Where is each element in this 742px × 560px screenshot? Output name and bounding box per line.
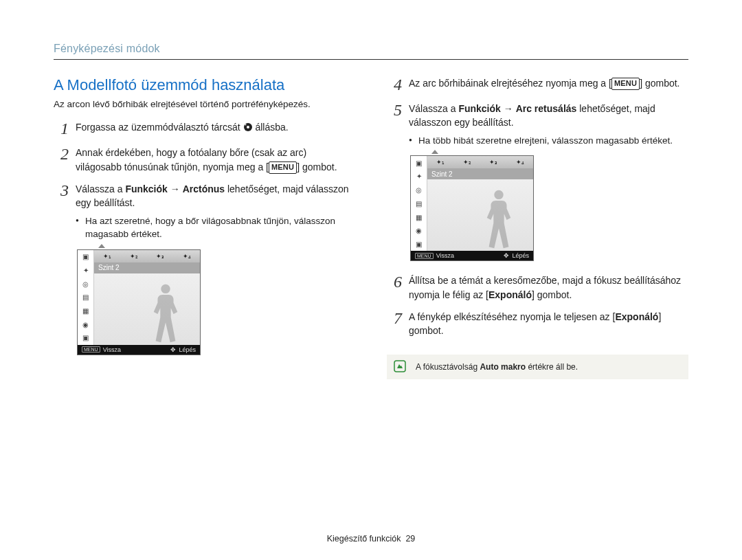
footer-page-number: 29 — [405, 534, 415, 544]
info-icon — [394, 360, 406, 376]
step-body: Állítsa be a témát a keresőmezőbe, majd … — [409, 273, 688, 302]
shot-main — [427, 179, 533, 251]
step-body: Válassza a Funkciók → Arctónus lehetőség… — [76, 182, 355, 241]
menu-button-badge: MENU — [611, 78, 640, 90]
steps-left: 1 Forgassa az üzemmódválasztó tárcsát ál… — [54, 120, 355, 241]
menu-mini-badge: MENU — [82, 346, 100, 352]
step-2: 2 Annak érdekében, hogy a fotóalany bőre… — [54, 146, 355, 174]
steps-right: 4 Az arc bőrhibáinak elrejtéséhez nyomja… — [387, 76, 688, 147]
topbar-icon: ✦₁ — [94, 250, 121, 262]
sidebar-icon: ▣ — [411, 156, 427, 170]
step-text: állásba. — [255, 122, 288, 133]
footer-section-label: Kiegészítő funkciók — [327, 534, 401, 544]
bold-text: Arctónus — [183, 183, 225, 194]
camera-screenshot: ▣ ✦ ◎ ▤ ▦ ◉ ▣ ✦₁ ✦₂ ✦₃ ✦₄ Szint 2 — [410, 155, 534, 261]
camera-screenshot: ▣ ✦ ◎ ▤ ▦ ◉ ▣ ✦₁ ✦₂ ✦₃ ✦₄ Szint 2 — [77, 249, 201, 355]
topbar-icon: ✦₂ — [454, 156, 481, 168]
sub-bullet: Ha több hibát szeretne elrejteni, válass… — [409, 134, 688, 148]
screenshot-wrapper: ▣ ✦ ◎ ▤ ▦ ◉ ▣ ✦₁ ✦₂ ✦₃ ✦₄ Szint 2 — [410, 155, 688, 261]
highlight-arrow-icon — [98, 244, 105, 248]
step-text: A fénykép elkészítéséhez nyomja le telje… — [409, 311, 615, 322]
shot-footbar: MENU Vissza ✥ Lépés — [78, 345, 200, 355]
sidebar-icon: ◎ — [78, 277, 94, 291]
manual-page: Fényképezési módok A Modellfotó üzemmód … — [0, 0, 742, 560]
silhouette-icon — [148, 279, 183, 345]
step-text: gombot. — [642, 78, 679, 89]
bold-text: Exponáló — [488, 289, 532, 300]
step-number: 7 — [387, 310, 402, 338]
bold-text: Funkciók — [458, 103, 500, 114]
note-text: A fókusztávolság — [416, 362, 480, 372]
step-body: Forgassa az üzemmódválasztó tárcsát állá… — [76, 120, 355, 137]
topbar-icon: ✦₃ — [147, 250, 174, 262]
step-7: 7 A fénykép elkészítéséhez nyomja le tel… — [387, 310, 688, 338]
step-5: 5 Válassza a Funkciók → Arc retusálás le… — [387, 102, 688, 147]
menu-button-badge: MENU — [269, 161, 297, 174]
step-text: ] gombot. — [532, 289, 572, 300]
arrow-text: → — [168, 183, 183, 194]
shot-footbar: MENU Vissza ✥ Lépés — [411, 251, 533, 260]
step-number: 3 — [54, 182, 69, 241]
note-text: értékre áll be. — [526, 362, 578, 372]
svg-point-1 — [247, 126, 249, 128]
page-footer: Kiegészítő funkciók 29 — [0, 534, 742, 544]
shot-level-label: Szint 2 — [94, 262, 200, 273]
topbar-icon: ✦₁ — [427, 156, 454, 168]
sidebar-icon: ▦ — [411, 210, 427, 224]
sidebar-icon: ▣ — [78, 250, 94, 264]
step-number: 5 — [387, 102, 402, 147]
step-text: Válassza a — [76, 183, 125, 194]
step-body: A fénykép elkészítéséhez nyomja le telje… — [409, 310, 688, 338]
sidebar-icon: ✦ — [411, 170, 427, 183]
screenshot-wrapper: ▣ ✦ ◎ ▤ ▦ ◉ ▣ ✦₁ ✦₂ ✦₃ ✦₄ Szint 2 — [77, 249, 355, 355]
step-body: Az arc bőrhibáinak elrejtéséhez nyomja m… — [409, 76, 688, 93]
breadcrumb: Fényképezési módok — [54, 43, 688, 60]
right-column: 4 Az arc bőrhibáinak elrejtéséhez nyomja… — [387, 76, 688, 379]
topbar-icon: ✦₂ — [121, 250, 148, 262]
menu-mini-badge: MENU — [415, 253, 434, 259]
dpad-icon: ✥ — [504, 252, 509, 259]
topbar-icon: ✦₄ — [507, 156, 534, 168]
shot-level-label: Szint 2 — [427, 168, 533, 179]
sidebar-icon: ✦ — [78, 263, 94, 277]
mode-dial-icon — [243, 122, 253, 135]
sidebar-icon: ◎ — [411, 183, 427, 197]
topbar-icon: ✦₃ — [480, 156, 507, 168]
sidebar-icon: ▣ — [411, 238, 427, 251]
silhouette-icon — [481, 185, 517, 251]
step-text: Forgassa az üzemmódválasztó tárcsát — [76, 122, 243, 133]
step-number: 6 — [387, 273, 402, 302]
step-number: 1 — [54, 120, 69, 137]
foot-move-label: Lépés — [512, 252, 529, 259]
step-text: gombot. — [300, 161, 337, 172]
shot-sidebar: ▣ ✦ ◎ ▤ ▦ ◉ ▣ — [411, 156, 427, 251]
left-column: A Modellfotó üzemmód használata Az arcon… — [54, 76, 355, 379]
sidebar-icon: ▣ — [78, 331, 94, 345]
step-6: 6 Állítsa be a témát a keresőmezőbe, maj… — [387, 273, 688, 302]
foot-move-label: Lépés — [179, 346, 196, 353]
note-box: A fókusztávolság Auto makro értékre áll … — [387, 355, 688, 380]
bold-text: Arc retusálás — [516, 103, 577, 114]
foot-back-label: Vissza — [436, 252, 454, 259]
sub-bullet: Ha azt szeretné, hogy a bőr világosabbna… — [76, 214, 355, 241]
foot-back-label: Vissza — [103, 346, 121, 353]
bold-text: Auto makro — [480, 362, 526, 372]
step-body: Annak érdekében, hogy a fotóalany bőre (… — [76, 146, 355, 174]
bold-text: Exponáló — [615, 311, 658, 322]
dpad-icon: ✥ — [170, 346, 176, 353]
sidebar-icon: ◉ — [78, 317, 94, 331]
sidebar-icon: ▤ — [411, 197, 427, 211]
two-column-layout: A Modellfotó üzemmód használata Az arcon… — [54, 76, 688, 379]
step-text: Az arc bőrhibáinak elrejtéséhez nyomja m… — [409, 78, 609, 89]
step-number: 2 — [54, 146, 69, 174]
sidebar-icon: ▤ — [78, 291, 94, 304]
intro-text: Az arcon lévő bőrhibák elrejtésével tört… — [54, 98, 355, 111]
sidebar-icon: ▦ — [78, 304, 94, 318]
shot-topbar: ✦₁ ✦₂ ✦₃ ✦₄ — [427, 156, 533, 168]
step-number: 4 — [387, 76, 402, 93]
step-4: 4 Az arc bőrhibáinak elrejtéséhez nyomja… — [387, 76, 688, 93]
highlight-arrow-icon — [431, 150, 438, 154]
steps-right-2: 6 Állítsa be a témát a keresőmezőbe, maj… — [387, 273, 688, 337]
shot-main — [94, 273, 200, 345]
page-title: A Modellfotó üzemmód használata — [54, 76, 355, 94]
